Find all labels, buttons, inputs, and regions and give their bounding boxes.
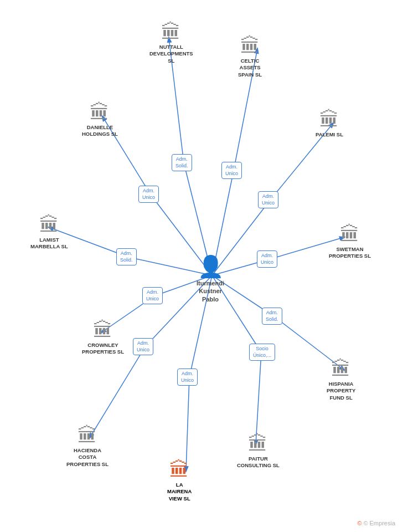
node-paitur: 🏛 PAITURCONSULTING SL bbox=[237, 434, 280, 469]
node-celtic: 🏛 CELTICASSETSSPAIN SL bbox=[238, 36, 262, 78]
svg-line-17 bbox=[90, 347, 145, 438]
node-swetman-label: SWETMANPROPERTIES SL bbox=[329, 246, 371, 260]
node-hacienda-label: HACIENDACOSTAPROPERTIES SL bbox=[66, 447, 108, 468]
badge-lamist: Adm.Solid. bbox=[116, 248, 137, 265]
building-crownley-icon: 🏛 bbox=[93, 320, 113, 340]
building-nuttall-icon: 🏛 bbox=[161, 22, 181, 42]
building-hacienda-icon: 🏛 bbox=[78, 426, 97, 446]
node-hispania-label: HISPANIAPROPERTYFUND SL bbox=[327, 381, 355, 401]
center-person: 👤 IturmendiKustnerPablo bbox=[197, 256, 224, 303]
badge-hacienda: Adm.Unico bbox=[133, 338, 153, 355]
building-celtic-icon: 🏛 bbox=[240, 36, 260, 56]
node-palemi: 🏛 PALEMI SL bbox=[316, 110, 343, 138]
watermark: © © Empresia bbox=[357, 520, 395, 526]
watermark-text: © Empresia bbox=[363, 520, 395, 526]
graph-container: 👤 IturmendiKustnerPablo 🏛 NUTTALLDEVELOP… bbox=[0, 0, 403, 532]
node-celtic-label: CELTICASSETSSPAIN SL bbox=[238, 58, 262, 78]
building-lamist-icon: 🏛 bbox=[39, 215, 59, 235]
node-nuttall: 🏛 NUTTALLDEVELOPMENTSSL bbox=[149, 22, 193, 64]
node-crownley-label: CROWNLEYPROPERTIES SL bbox=[82, 342, 124, 356]
node-crownley: 🏛 CROWNLEYPROPERTIES SL bbox=[82, 320, 124, 356]
badge-crownley: Adm.Unico bbox=[142, 287, 163, 304]
badge-hispania: Adm.Solid. bbox=[262, 308, 282, 325]
watermark-c: © bbox=[357, 520, 361, 526]
node-danielle-label: DANIELLEHOLDINGS SL bbox=[82, 124, 118, 138]
node-lamairena: 🏛 LAMAIRENAVIEW SL bbox=[167, 460, 192, 502]
node-lamairena-label: LAMAIRENAVIEW SL bbox=[167, 482, 192, 502]
building-swetman-icon: 🏛 bbox=[340, 224, 360, 244]
badge-palemi: Adm.Unico bbox=[258, 191, 278, 208]
building-palemi-icon: 🏛 bbox=[319, 110, 339, 130]
building-danielle-icon: 🏛 bbox=[90, 103, 110, 122]
node-swetman: 🏛 SWETMANPROPERTIES SL bbox=[329, 224, 371, 260]
svg-line-21 bbox=[256, 352, 261, 444]
badge-nuttall: Adm.Solid. bbox=[172, 154, 192, 171]
badge-danielle: Adm.Unico bbox=[138, 186, 159, 203]
node-nuttall-label: NUTTALLDEVELOPMENTSSL bbox=[149, 44, 193, 64]
node-hispania: 🏛 HISPANIAPROPERTYFUND SL bbox=[327, 359, 355, 401]
badge-swetman: Adm.Unico bbox=[257, 250, 277, 268]
building-hispania-icon: 🏛 bbox=[331, 359, 351, 379]
node-danielle: 🏛 DANIELLEHOLDINGS SL bbox=[82, 103, 118, 138]
building-lamairena-icon: 🏛 bbox=[169, 460, 189, 480]
node-lamist: 🏛 LAMISTMARBELLA SL bbox=[30, 215, 68, 250]
node-paitur-label: PAITURCONSULTING SL bbox=[237, 456, 280, 469]
building-paitur-icon: 🏛 bbox=[248, 434, 268, 454]
svg-line-19 bbox=[186, 377, 189, 471]
node-lamist-label: LAMISTMARBELLA SL bbox=[30, 237, 68, 250]
badge-lamairena: Adm.Unico bbox=[177, 369, 198, 386]
node-palemi-label: PALEMI SL bbox=[316, 131, 343, 138]
badge-celtic: Adm.Unico bbox=[221, 162, 242, 179]
badge-paitur: SocioÚnico,... bbox=[249, 344, 275, 361]
node-hacienda: 🏛 HACIENDACOSTAPROPERTIES SL bbox=[66, 426, 108, 468]
person-icon: 👤 bbox=[198, 256, 224, 277]
center-label: IturmendiKustnerPablo bbox=[197, 279, 224, 303]
